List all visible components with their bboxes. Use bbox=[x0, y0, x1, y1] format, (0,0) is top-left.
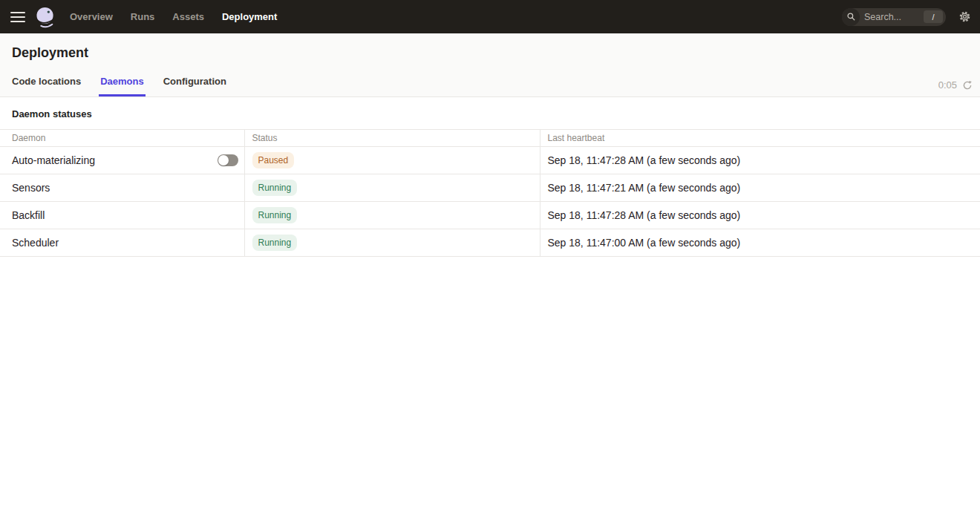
last-heartbeat: Sep 18, 11:47:00 AM (a few seconds ago) bbox=[548, 237, 741, 249]
table-row: Sensors Running Sep 18, 11:47:21 AM (a f… bbox=[0, 174, 980, 202]
primary-nav: Overview Runs Assets Deployment bbox=[70, 11, 277, 22]
last-heartbeat: Sep 18, 11:47:21 AM (a few seconds ago) bbox=[548, 182, 741, 194]
column-header-daemon: Daemon bbox=[0, 130, 244, 147]
section-heading: Daemon statuses bbox=[0, 97, 980, 129]
column-header-last-heartbeat: Last heartbeat bbox=[540, 130, 980, 147]
daemon-name: Sensors bbox=[12, 182, 50, 194]
top-navigation-bar: Overview Runs Assets Deployment Search..… bbox=[0, 0, 980, 33]
tab-bar: Code locations Daemons Configuration bbox=[12, 76, 226, 96]
tab-daemons[interactable]: Daemons bbox=[100, 76, 144, 96]
status-badge: Running bbox=[252, 207, 298, 223]
search-icon bbox=[842, 8, 860, 26]
slash-key-badge: / bbox=[924, 10, 943, 23]
app-window: Overview Runs Assets Deployment Search..… bbox=[0, 0, 980, 521]
status-badge: Running bbox=[252, 235, 298, 251]
nav-item-deployment[interactable]: Deployment bbox=[222, 11, 277, 22]
refresh-icon[interactable] bbox=[962, 80, 973, 91]
table-row: Auto-materializing Paused Sep 18, 11:47:… bbox=[0, 147, 980, 174]
last-heartbeat: Sep 18, 11:47:28 AM (a few seconds ago) bbox=[548, 154, 741, 166]
table-row: Backfill Running Sep 18, 11:47:28 AM (a … bbox=[0, 202, 980, 229]
last-heartbeat: Sep 18, 11:47:28 AM (a few seconds ago) bbox=[548, 209, 741, 221]
daemon-name: Auto-materializing bbox=[12, 154, 95, 166]
nav-item-overview[interactable]: Overview bbox=[70, 11, 113, 22]
column-header-status: Status bbox=[244, 130, 540, 147]
refresh-countdown: 0:05 bbox=[938, 79, 957, 91]
search-input[interactable]: Search... / bbox=[842, 8, 946, 26]
page-title: Deployment bbox=[0, 33, 980, 61]
daemon-name: Backfill bbox=[12, 209, 45, 221]
content-area: Daemon statuses Daemon Status Last heart… bbox=[0, 97, 980, 257]
nav-item-assets[interactable]: Assets bbox=[172, 11, 204, 22]
page-header: Deployment Code locations Daemons Config… bbox=[0, 33, 980, 97]
daemon-status-table: Daemon Status Last heartbeat Auto-materi… bbox=[0, 129, 980, 257]
topnav-right: Search... / bbox=[842, 8, 971, 26]
tab-code-locations[interactable]: Code locations bbox=[12, 76, 81, 96]
gear-icon[interactable] bbox=[958, 10, 971, 24]
daemon-name: Scheduler bbox=[12, 237, 59, 249]
table-header-row: Daemon Status Last heartbeat bbox=[0, 130, 980, 147]
search-placeholder: Search... bbox=[864, 12, 924, 22]
status-badge: Paused bbox=[252, 152, 295, 168]
nav-item-runs[interactable]: Runs bbox=[131, 11, 155, 22]
refresh-area: 0:05 bbox=[938, 79, 973, 91]
menu-icon[interactable] bbox=[10, 12, 25, 22]
table-row: Scheduler Running Sep 18, 11:47:00 AM (a… bbox=[0, 229, 980, 257]
daemon-table-body: Auto-materializing Paused Sep 18, 11:47:… bbox=[0, 147, 980, 257]
status-badge: Running bbox=[252, 180, 298, 196]
dagster-logo[interactable] bbox=[34, 6, 56, 28]
tab-configuration[interactable]: Configuration bbox=[163, 76, 226, 96]
daemon-toggle[interactable] bbox=[218, 154, 238, 166]
